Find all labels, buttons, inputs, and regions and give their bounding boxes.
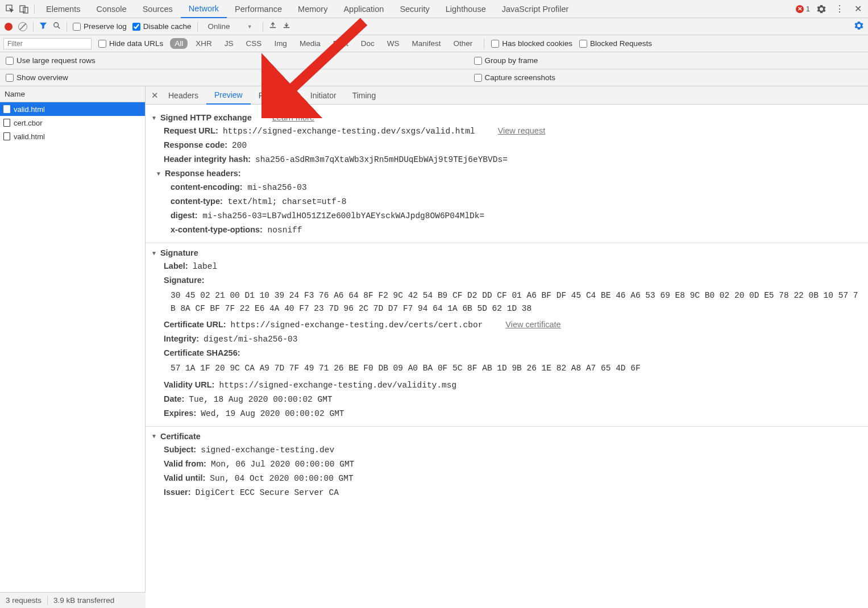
tab-memory[interactable]: Memory xyxy=(290,0,335,18)
devtools-main-tabs: ElementsConsoleSourcesNetworkPerformance… xyxy=(0,0,868,18)
sig-label-v: label xyxy=(193,262,218,271)
request-row[interactable]: valid.html xyxy=(0,130,145,143)
device-toggle-icon[interactable] xyxy=(17,2,31,16)
detail-tab-initiator[interactable]: Initiator xyxy=(302,86,344,105)
cert-subject-k: Subject: xyxy=(164,445,196,454)
preserve-log-checkbox[interactable]: Preserve log xyxy=(73,22,127,31)
group-by-frame-checkbox[interactable]: Group by frame xyxy=(474,56,538,65)
tab-console[interactable]: Console xyxy=(88,0,134,18)
tab-elements[interactable]: Elements xyxy=(38,0,88,18)
request-row[interactable]: valid.html xyxy=(0,102,145,116)
sig-label-k: Label: xyxy=(164,261,188,270)
filter-type-xhr[interactable]: XHR xyxy=(191,38,217,49)
signature-section: ▼Signature Label:label Signature: 30 45 … xyxy=(146,243,868,427)
signature-header[interactable]: ▼Signature xyxy=(151,247,862,259)
request-row[interactable]: cert.cbor xyxy=(0,116,145,130)
record-button[interactable] xyxy=(5,23,13,31)
sxg-header[interactable]: ▼ Signed HTTP exchange Learn more xyxy=(151,111,862,124)
sig-expires-v: Wed, 19 Aug 2020 00:00:02 GMT xyxy=(201,409,344,418)
tab-lighthouse[interactable]: Lighthouse xyxy=(438,0,494,18)
request-url-label: Request URL: xyxy=(164,126,218,135)
search-icon[interactable] xyxy=(53,22,61,31)
filter-type-ws[interactable]: WS xyxy=(383,38,404,49)
hide-data-urls-checkbox[interactable]: Hide data URLs xyxy=(98,39,163,48)
status-bar: 3 requests 3.9 kB transferred xyxy=(0,592,146,608)
settings-gear-icon[interactable] xyxy=(815,2,828,16)
request-list: valid.htmlcert.cborvalid.html xyxy=(0,102,145,592)
tab-javascript-profiler[interactable]: JavaScript Profiler xyxy=(494,0,577,18)
name-column-header[interactable]: Name xyxy=(0,86,145,102)
close-detail-icon[interactable]: ✕ xyxy=(149,90,160,101)
sig-expires-k: Expires: xyxy=(164,409,196,418)
disclosure-triangle-icon: ▼ xyxy=(151,250,157,256)
detail-tab-headers[interactable]: Headers xyxy=(160,86,206,105)
filter-type-css[interactable]: CSS xyxy=(242,38,267,49)
has-blocked-cookies-checkbox[interactable]: Has blocked cookies xyxy=(491,39,572,48)
file-icon xyxy=(3,105,10,113)
error-icon: ✕ xyxy=(796,5,804,13)
tab-security[interactable]: Security xyxy=(392,0,437,18)
inspect-icon[interactable] xyxy=(3,2,17,16)
header-integrity-label: Header integrity hash: xyxy=(164,155,251,164)
response-header-row: content-type: text/html; charset=utf-8 xyxy=(151,194,862,209)
header-value: text/html; charset=utf-8 xyxy=(223,197,347,206)
throttling-select[interactable]: Online▼ xyxy=(203,22,257,31)
blocked-requests-checkbox[interactable]: Blocked Requests xyxy=(579,39,652,48)
header-value: nosniff xyxy=(263,226,302,235)
tab-network[interactable]: Network xyxy=(181,0,227,18)
error-count-badge[interactable]: ✕ 1 xyxy=(796,5,810,13)
network-toolbar: Preserve log Disable cache Online▼ xyxy=(0,18,868,35)
import-har-icon[interactable] xyxy=(269,22,277,31)
filter-type-other[interactable]: Other xyxy=(448,38,477,49)
detail-tab-timing[interactable]: Timing xyxy=(344,86,384,105)
filter-type-manifest[interactable]: Manifest xyxy=(407,38,445,49)
close-devtools-icon[interactable]: ✕ xyxy=(851,2,865,16)
filter-toggle-icon[interactable] xyxy=(39,22,47,31)
filter-type-font[interactable]: Font xyxy=(329,38,353,49)
sig-validity-k: Validity URL: xyxy=(164,380,214,389)
sxg-title: Signed HTTP exchange xyxy=(160,113,252,122)
export-har-icon[interactable] xyxy=(283,22,290,31)
sig-validity-v: https://signed-exchange-testing.dev/vali… xyxy=(219,381,456,390)
certificate-header[interactable]: ▼Certificate xyxy=(151,430,862,443)
header-integrity-value: sha256-aSdRm3m7qXtaWb3xjRn5mHDUqEbWAj9t9… xyxy=(255,155,508,164)
filter-input[interactable] xyxy=(3,38,92,49)
filter-type-img[interactable]: Img xyxy=(269,38,292,49)
status-requests: 3 requests xyxy=(6,596,41,605)
options-row-2: Show overview Capture screenshots xyxy=(0,69,868,86)
network-settings-gear-icon[interactable] xyxy=(854,21,863,32)
response-headers-toggle[interactable]: ▼Response headers: xyxy=(151,166,862,180)
sig-certsha-hex: 57 1A 1F 20 9C CA A9 7D 7F 49 71 26 BE F… xyxy=(151,360,862,377)
filter-type-media[interactable]: Media xyxy=(295,38,325,49)
tab-sources[interactable]: Sources xyxy=(135,0,181,18)
request-name: cert.cbor xyxy=(14,119,43,127)
detail-tab-response[interactable]: Response xyxy=(251,86,302,105)
show-overview-checkbox[interactable]: Show overview xyxy=(6,73,68,82)
learn-more-link[interactable]: Learn more xyxy=(272,113,314,122)
filter-bar: Hide data URLs AllXHRJSCSSImgMediaFontDo… xyxy=(0,35,868,52)
view-request-link[interactable]: View request xyxy=(498,126,546,135)
filter-type-doc[interactable]: Doc xyxy=(356,38,379,49)
request-name: valid.html xyxy=(14,132,45,141)
response-code-label: Response code: xyxy=(164,140,227,149)
disable-cache-checkbox[interactable]: Disable cache xyxy=(132,22,192,31)
filter-type-all[interactable]: All xyxy=(170,38,188,49)
filter-type-js[interactable]: JS xyxy=(220,38,238,49)
sig-date-k: Date: xyxy=(164,394,184,403)
separator xyxy=(197,22,198,32)
clear-button[interactable] xyxy=(18,22,27,31)
detail-tab-preview[interactable]: Preview xyxy=(206,86,251,105)
more-vert-icon[interactable]: ⋮ xyxy=(833,2,846,16)
response-headers-label: Response headers: xyxy=(165,169,241,178)
tab-performance[interactable]: Performance xyxy=(227,0,290,18)
header-name: content-type: xyxy=(171,197,223,206)
view-certificate-link[interactable]: View certificate xyxy=(505,320,560,329)
request-name: valid.html xyxy=(14,105,45,114)
use-large-rows-checkbox[interactable]: Use large request rows xyxy=(6,56,95,65)
header-name: x-content-type-options: xyxy=(171,225,263,234)
sig-certurl-k: Certificate URL: xyxy=(164,320,226,329)
requests-pane: Name valid.htmlcert.cborvalid.html 3 req… xyxy=(0,86,146,592)
header-value: mi-sha256-03 xyxy=(242,183,306,192)
tab-application[interactable]: Application xyxy=(335,0,392,18)
capture-screenshots-checkbox[interactable]: Capture screenshots xyxy=(474,73,556,82)
